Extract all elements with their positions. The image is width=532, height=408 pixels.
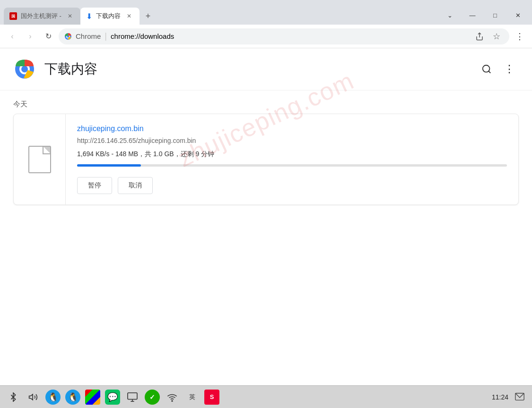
omnibox-favicon bbox=[64, 33, 72, 40]
reload-button[interactable]: ↻ bbox=[41, 29, 56, 44]
screen-icon[interactable] bbox=[125, 390, 140, 405]
progress-bar-fill bbox=[77, 164, 141, 167]
more-button[interactable]: ⋮ bbox=[500, 60, 519, 79]
chrome-logo-icon bbox=[13, 58, 36, 80]
tab-title-downloads: 下载内容 bbox=[96, 12, 121, 20]
lang-icon[interactable]: 英 bbox=[184, 390, 200, 405]
wifi-icon[interactable] bbox=[165, 390, 180, 405]
qq-icon-1[interactable]: 🐧 bbox=[45, 390, 61, 405]
pause-button[interactable]: 暂停 bbox=[77, 177, 112, 194]
colorful-app-icon[interactable] bbox=[85, 390, 100, 405]
svg-rect-10 bbox=[128, 392, 137, 399]
tab-favicon-inactive: 国 bbox=[9, 12, 17, 20]
tab-active-downloads[interactable]: ⬇ 下载内容 ✕ bbox=[80, 8, 140, 25]
sogou-icon[interactable]: S bbox=[204, 390, 219, 405]
notification-icon[interactable] bbox=[513, 390, 526, 404]
download-item-card: zhujiceping.com.bin http://216.146.25.65… bbox=[13, 114, 519, 205]
back-button[interactable]: ‹ bbox=[5, 29, 20, 44]
svg-line-8 bbox=[488, 71, 490, 73]
tab-inactive[interactable]: 国 国外主机测评 - ✕ bbox=[4, 8, 80, 25]
bluetooth-icon[interactable] bbox=[6, 390, 21, 405]
download-status: 1,694 KB/s - 148 MB，共 1.0 GB，还剩 9 分钟 bbox=[77, 150, 507, 159]
check-icon[interactable]: ✓ bbox=[145, 390, 160, 405]
svg-point-6 bbox=[21, 66, 28, 72]
tab-title-inactive: 国外主机测评 - bbox=[21, 12, 61, 20]
omnibox-url: chrome://downloads bbox=[111, 32, 469, 40]
download-url: http://216.146.25.65/zhujiceping.com.bin bbox=[77, 137, 507, 144]
section-today: 今天 bbox=[0, 90, 532, 114]
taskbar: 🐧 🐧 💬 ✓ 英 S 11:24 bbox=[0, 385, 532, 408]
page-content: zhujiceping.com 下载内容 ⋮ 今天 bbox=[0, 48, 532, 385]
download-filename[interactable]: zhujiceping.com.bin bbox=[77, 124, 507, 133]
volume-icon[interactable] bbox=[26, 390, 41, 405]
minimize-button[interactable]: — bbox=[462, 8, 483, 23]
window-controls: ⌄ — □ ✕ bbox=[439, 8, 528, 25]
share-button[interactable] bbox=[472, 29, 487, 44]
omnibox-actions: ☆ bbox=[472, 29, 504, 44]
cancel-button[interactable]: 取消 bbox=[118, 177, 153, 194]
progress-bar-container bbox=[77, 164, 507, 167]
forward-button[interactable]: › bbox=[23, 29, 38, 44]
wechat-icon[interactable]: 💬 bbox=[105, 390, 120, 405]
bookmark-button[interactable]: ☆ bbox=[489, 29, 504, 44]
system-time: 11:24 bbox=[492, 393, 508, 401]
svg-point-13 bbox=[172, 400, 173, 401]
file-icon bbox=[28, 146, 51, 173]
new-tab-button[interactable]: + bbox=[141, 9, 155, 23]
qq-icon-2[interactable]: 🐧 bbox=[65, 390, 80, 405]
svg-marker-9 bbox=[29, 394, 33, 400]
svg-point-7 bbox=[483, 65, 490, 72]
download-info: zhujiceping.com.bin http://216.146.25.65… bbox=[66, 114, 518, 204]
chrome-menu-button[interactable]: ⋮ bbox=[512, 29, 527, 44]
close-button[interactable]: ✕ bbox=[507, 8, 528, 23]
chevron-button[interactable]: ⌄ bbox=[439, 8, 460, 23]
download-actions: 暂停 取消 bbox=[77, 177, 507, 194]
omnibox[interactable]: Chrome | chrome://downloads ☆ bbox=[59, 28, 509, 44]
title-bar: 国 国外主机测评 - ✕ ⬇ 下载内容 ✕ + ⌄ — □ ✕ bbox=[0, 0, 532, 25]
omnibox-app-name: Chrome bbox=[76, 32, 101, 40]
tab-close-downloads[interactable]: ✕ bbox=[124, 11, 134, 21]
tab-favicon-downloads: ⬇ bbox=[86, 12, 92, 21]
header-actions: ⋮ bbox=[477, 60, 519, 79]
maximize-button[interactable]: □ bbox=[485, 8, 506, 23]
file-icon-area bbox=[14, 114, 66, 204]
page-title: 下载内容 bbox=[44, 60, 469, 78]
file-icon-fold bbox=[44, 147, 50, 153]
omnibox-divider: | bbox=[105, 31, 107, 41]
downloads-header: 下载内容 ⋮ bbox=[0, 48, 532, 90]
tab-close-inactive[interactable]: ✕ bbox=[65, 11, 75, 21]
search-button[interactable] bbox=[477, 60, 496, 79]
omnibar: ‹ › ↻ Chrome | chrome://downloads ☆ ⋮ bbox=[0, 25, 532, 48]
